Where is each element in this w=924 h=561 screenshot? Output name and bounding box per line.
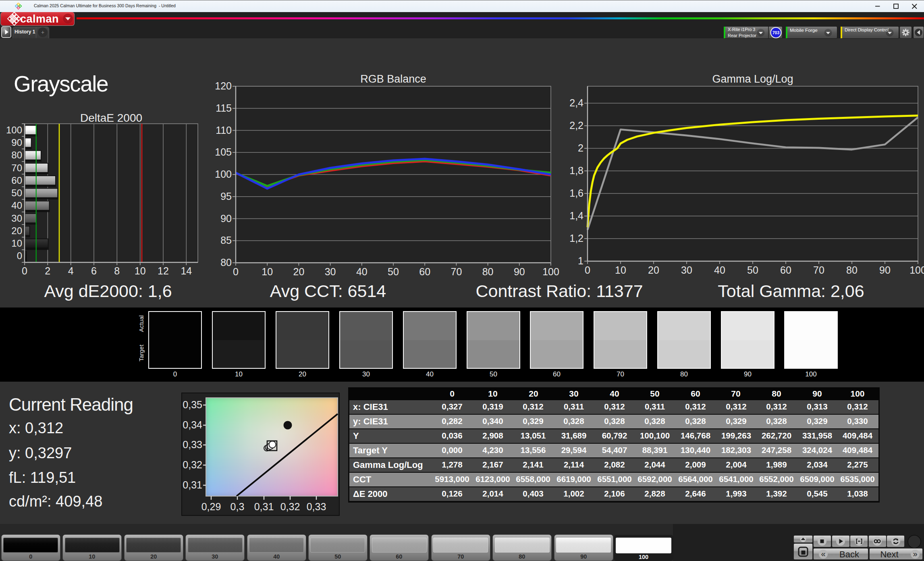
svg-text:0: 0 (17, 250, 22, 261)
svg-text:115: 115 (216, 102, 232, 114)
svg-text:10: 10 (11, 238, 22, 249)
svg-text:80: 80 (220, 257, 232, 268)
svg-text:0,29: 0,29 (201, 501, 221, 512)
svg-text:90: 90 (879, 264, 891, 276)
svg-text:120: 120 (215, 80, 232, 91)
svg-text:50: 50 (747, 264, 758, 276)
svg-text:95: 95 (220, 191, 232, 202)
svg-text:30: 30 (681, 264, 692, 276)
svg-text:2: 2 (578, 142, 583, 154)
svg-text:2,2: 2,2 (569, 120, 583, 131)
svg-text:80: 80 (482, 266, 494, 277)
svg-text:0: 0 (233, 266, 239, 277)
svg-text:40: 40 (714, 264, 725, 276)
svg-text:85: 85 (220, 235, 232, 246)
svg-text:RGB Balance: RGB Balance (360, 73, 426, 85)
svg-text:70: 70 (813, 264, 824, 276)
svg-text:70: 70 (451, 266, 462, 277)
svg-text:100: 100 (542, 266, 559, 277)
svg-text:DeltaE 2000: DeltaE 2000 (80, 112, 142, 124)
svg-text:6: 6 (91, 265, 97, 276)
svg-text:4: 4 (68, 265, 74, 276)
svg-text:«: « (821, 549, 825, 558)
svg-text:80: 80 (846, 264, 858, 276)
svg-text:20: 20 (648, 264, 659, 276)
svg-text:20: 20 (11, 225, 22, 236)
svg-text:14: 14 (181, 265, 192, 276)
svg-text:»: » (913, 549, 917, 558)
svg-text:30: 30 (11, 213, 22, 224)
svg-text:40: 40 (11, 200, 22, 211)
svg-text:10: 10 (262, 266, 273, 277)
svg-text:90: 90 (11, 137, 22, 148)
svg-text:100: 100 (909, 264, 924, 276)
svg-text:12: 12 (158, 265, 169, 276)
svg-text:110: 110 (216, 125, 232, 136)
svg-text:60: 60 (11, 175, 22, 186)
svg-text:703: 703 (772, 30, 780, 35)
svg-text:2,4: 2,4 (569, 97, 583, 108)
svg-text:+: + (41, 29, 44, 35)
svg-text:40: 40 (356, 266, 368, 277)
svg-text:0: 0 (585, 264, 590, 276)
svg-text:60: 60 (780, 264, 791, 276)
svg-text:Gamma Log/Log: Gamma Log/Log (712, 73, 793, 85)
svg-text:10: 10 (615, 264, 626, 276)
svg-text:1: 1 (578, 255, 583, 266)
svg-text:calman: calman (20, 13, 59, 25)
svg-text:8: 8 (114, 265, 120, 276)
svg-text:30: 30 (325, 266, 336, 277)
svg-text:1,6: 1,6 (569, 187, 583, 199)
svg-text:90: 90 (514, 266, 525, 277)
svg-text:0,3: 0,3 (230, 501, 245, 512)
svg-text:1,2: 1,2 (569, 233, 583, 244)
svg-text:0: 0 (22, 265, 27, 276)
svg-text:20: 20 (293, 266, 304, 277)
svg-text:105: 105 (215, 146, 232, 158)
svg-text:100: 100 (215, 168, 232, 180)
svg-text:80: 80 (11, 150, 22, 160)
svg-text:0,31: 0,31 (183, 479, 202, 490)
svg-text:0,32: 0,32 (183, 459, 202, 470)
svg-text:2: 2 (45, 265, 50, 276)
svg-text:50: 50 (11, 187, 22, 198)
svg-text:60: 60 (419, 266, 430, 277)
svg-text:100: 100 (6, 125, 22, 135)
svg-text:1,8: 1,8 (569, 165, 583, 176)
svg-text:10: 10 (135, 265, 146, 276)
svg-text:0,33: 0,33 (307, 501, 326, 512)
svg-text:0,35: 0,35 (183, 399, 202, 410)
svg-text:0,32: 0,32 (280, 501, 300, 512)
svg-text:50: 50 (388, 266, 399, 277)
svg-text:0,31: 0,31 (254, 501, 274, 512)
svg-text:0,33: 0,33 (183, 439, 202, 450)
svg-text:0,34: 0,34 (183, 419, 202, 430)
svg-text:90: 90 (220, 213, 232, 224)
svg-text:1,4: 1,4 (569, 210, 583, 221)
svg-text:70: 70 (11, 162, 22, 173)
